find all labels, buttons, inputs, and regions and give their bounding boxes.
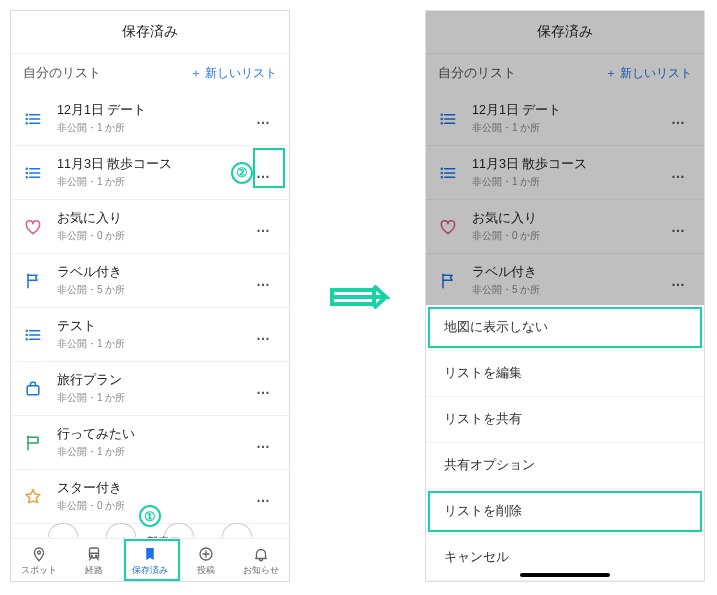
sheet-item[interactable]: リストを共有 [426, 397, 704, 443]
list-title: 11月3日 散歩コース [472, 156, 665, 173]
list-subtitle: 非公開・1 か所 [57, 391, 250, 405]
new-list-button-right[interactable]: ＋ 新しいリスト [605, 65, 692, 82]
list-item[interactable]: ラベル付き 非公開・5 か所 … [11, 254, 289, 308]
list-item[interactable]: 11月3日 散歩コース 非公開・1 か所 … ② [11, 146, 289, 200]
svg-point-16 [26, 330, 27, 331]
list-item[interactable]: テスト 非公開・1 か所 … [11, 308, 289, 362]
my-lists-heading-right: 自分のリスト [438, 64, 516, 82]
page-title-right: 保存済み [426, 11, 704, 54]
more-button[interactable]: … [250, 269, 277, 293]
sheet-item[interactable]: リストを削除 [426, 489, 704, 535]
list-text: 旅行プラン 非公開・1 か所 [57, 372, 250, 405]
list-item[interactable]: 旅行プラン 非公開・1 か所 … [11, 362, 289, 416]
more-button[interactable]: … [250, 215, 277, 239]
tab-label: 保存済み [132, 565, 168, 577]
more-button[interactable]: … [665, 215, 692, 239]
list-icon [23, 325, 43, 345]
more-button[interactable]: … [250, 107, 277, 131]
flag-icon [23, 271, 43, 291]
svg-point-25 [96, 555, 97, 556]
svg-point-35 [441, 122, 442, 123]
more-button[interactable]: … [250, 485, 277, 509]
section-header-right: 自分のリスト ＋ 新しいリスト [426, 54, 704, 92]
list-item[interactable]: お気に入り 非公開・0 か所 … [11, 200, 289, 254]
list-text: ラベル付き 非公開・5 か所 [57, 264, 250, 297]
list-text: 12月1日 デート 非公開・1 か所 [57, 102, 250, 135]
list-item[interactable]: 行ってみたい 非公開・1 か所 … [11, 416, 289, 470]
list-subtitle: 非公開・1 か所 [472, 121, 665, 135]
svg-point-4 [26, 118, 27, 119]
list-title: 旅行プラン [57, 372, 250, 389]
svg-point-18 [26, 338, 27, 339]
list-text: 11月3日 散歩コース 非公開・1 か所 [472, 156, 665, 189]
arrow-right-icon [330, 282, 390, 312]
phone-right: 保存済み 自分のリスト ＋ 新しいリスト 12月1日 デート 非公開・1 か所 … [425, 10, 705, 582]
list-text: ラベル付き 非公開・5 か所 [472, 264, 665, 297]
list-item[interactable]: ラベル付き 非公開・5 か所 … [426, 254, 704, 308]
more-button[interactable]: … [665, 269, 692, 293]
tab-label: スポット [21, 565, 57, 577]
section-header: 自分のリスト ＋ 新しいリスト [11, 54, 289, 92]
star-icon [23, 487, 43, 507]
lists-container-left: 12月1日 デート 非公開・1 か所 … 11月3日 散歩コース 非公開・1 か… [11, 92, 289, 524]
gflag-icon [23, 433, 43, 453]
list-title: テスト [57, 318, 250, 335]
list-icon [438, 163, 458, 183]
sheet-item[interactable]: 地図に表示しない [426, 305, 704, 351]
list-subtitle: 非公開・1 か所 [57, 121, 250, 135]
list-item[interactable]: 12月1日 デート 非公開・1 か所 … [11, 92, 289, 146]
list-text: テスト 非公開・1 か所 [57, 318, 250, 351]
tab-train[interactable]: 経路 [67, 545, 123, 577]
tab-pin[interactable]: スポット [11, 545, 67, 577]
sheet-item[interactable]: 共有オプション [426, 443, 704, 489]
list-text: お気に入り 非公開・0 か所 [472, 210, 665, 243]
more-button[interactable]: … [250, 323, 277, 347]
more-button[interactable]: … [665, 161, 692, 185]
list-subtitle: 非公開・5 か所 [472, 283, 665, 297]
highlight-sheet-item [428, 491, 702, 532]
list-title: スター付き [57, 480, 250, 497]
annotation-badge-1: ① [139, 505, 161, 527]
more-button[interactable]: … [250, 377, 277, 401]
svg-point-39 [441, 168, 442, 169]
tab-plus[interactable]: 投稿 [178, 545, 234, 577]
home-indicator [520, 573, 610, 577]
list-text: 11月3日 散歩コース 非公開・1 か所 [57, 156, 250, 189]
more-button[interactable]: … [250, 431, 277, 455]
svg-point-21 [37, 551, 40, 554]
list-icon [23, 163, 43, 183]
tab-bookmark[interactable]: 保存済み [122, 545, 178, 577]
list-title: 12月1日 デート [472, 102, 665, 119]
list-title: お気に入り [472, 210, 665, 227]
sheet-item[interactable]: リストを編集 [426, 351, 704, 397]
action-sheet: 地図に表示しないリストを編集リストを共有共有オプションリストを削除キャンセル [426, 305, 704, 581]
list-subtitle: 非公開・0 か所 [57, 229, 250, 243]
list-item[interactable]: 12月1日 デート 非公開・1 か所 … [426, 92, 704, 146]
list-subtitle: 非公開・1 か所 [57, 445, 250, 459]
phone-left: 保存済み 自分のリスト ＋ 新しいリスト 12月1日 デート 非公開・1 か所 … [10, 10, 290, 582]
list-subtitle: 非公開・1 か所 [57, 175, 250, 189]
list-subtitle: 非公開・1 か所 [472, 175, 665, 189]
svg-point-11 [26, 176, 27, 177]
tab-label: 投稿 [197, 565, 215, 577]
more-button[interactable]: … [250, 161, 277, 185]
list-title: ラベル付き [472, 264, 665, 281]
tab-label: お知らせ [243, 565, 279, 577]
list-subtitle: 非公開・0 か所 [472, 229, 665, 243]
svg-point-9 [26, 168, 27, 169]
arrow-svg [330, 282, 390, 312]
annotation-badge-2: ② [231, 162, 253, 184]
list-item[interactable]: 11月3日 散歩コース 非公開・1 か所 … [426, 146, 704, 200]
svg-point-41 [441, 176, 442, 177]
heart-icon [23, 217, 43, 237]
list-item[interactable]: お気に入り 非公開・0 か所 … [426, 200, 704, 254]
more-button[interactable]: … [665, 107, 692, 131]
new-list-button[interactable]: ＋ 新しいリスト [190, 65, 277, 82]
suitcase-icon [23, 379, 43, 399]
list-icon [23, 109, 43, 129]
tab-label: 経路 [85, 565, 103, 577]
svg-point-3 [26, 114, 27, 115]
list-title: 11月3日 散歩コース [57, 156, 250, 173]
tab-bell[interactable]: お知らせ [233, 545, 289, 577]
list-text: 12月1日 デート 非公開・1 か所 [472, 102, 665, 135]
